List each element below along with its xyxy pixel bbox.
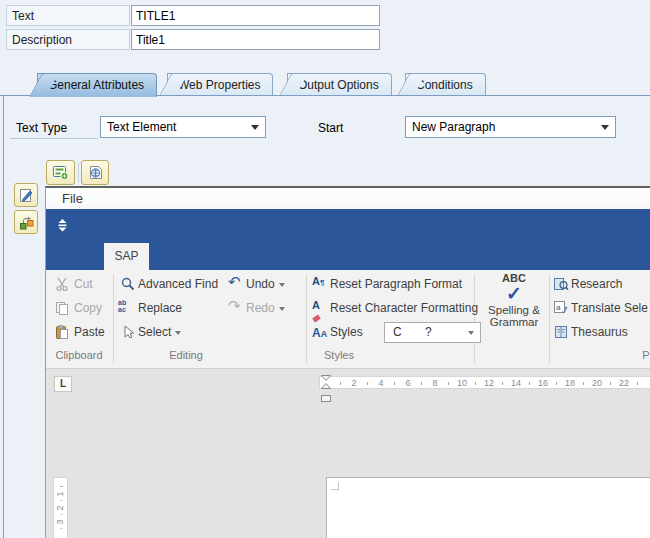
undo-icon: ↶ bbox=[228, 274, 241, 290]
toolbar-divider bbox=[78, 163, 79, 182]
graphical-editor-button[interactable] bbox=[14, 210, 38, 234]
edit-text-button[interactable] bbox=[14, 183, 38, 207]
translate-button[interactable]: Translate Sele bbox=[571, 300, 648, 316]
group-separator bbox=[474, 274, 475, 364]
tab-output-options[interactable]: Output Options bbox=[287, 73, 392, 96]
cut-icon bbox=[54, 276, 70, 292]
vertical-ruler[interactable]: 1 2 3 bbox=[53, 477, 68, 538]
collapse-handle-icon[interactable] bbox=[58, 219, 67, 232]
sap-text-element-window: Text Description General Attributes Web … bbox=[0, 0, 650, 538]
proofing-group-label: P bbox=[636, 349, 650, 361]
word-editor-control: File SAP Cut bbox=[45, 186, 650, 538]
globe-page-icon bbox=[87, 164, 104, 181]
ribbon: Cut Copy Paste Clipboard bbox=[46, 270, 650, 369]
copy-button[interactable]: Copy bbox=[74, 300, 102, 316]
redo-icon: ↷ bbox=[228, 298, 241, 314]
editing-group-label: Editing bbox=[156, 349, 216, 361]
paste-button[interactable]: Paste bbox=[74, 324, 105, 340]
start-value: New Paragraph bbox=[412, 120, 495, 134]
list-plus-icon bbox=[52, 164, 69, 181]
editor-title-bar bbox=[46, 209, 650, 242]
document-page[interactable] bbox=[326, 477, 650, 538]
styles-button[interactable]: Styles bbox=[330, 324, 363, 340]
insert-text-module-button[interactable] bbox=[46, 160, 75, 185]
start-label: Start bbox=[318, 121, 343, 135]
margin-corner-mark bbox=[331, 482, 339, 490]
copy-icon bbox=[54, 300, 70, 316]
research-icon bbox=[553, 276, 569, 292]
reset-character-icon: A bbox=[312, 299, 328, 315]
horizontal-ruler[interactable]: 2 4 6 8 10 12 14 16 18 20 22 bbox=[319, 376, 650, 389]
clipboard-group-label: Clipboard bbox=[49, 349, 109, 361]
research-button[interactable]: Research bbox=[571, 276, 622, 292]
text-type-underline bbox=[10, 138, 98, 139]
text-type-dropdown[interactable]: Text Element bbox=[100, 116, 266, 138]
text-type-value: Text Element bbox=[107, 120, 176, 134]
group-separator bbox=[306, 274, 307, 364]
thesaurus-icon bbox=[553, 324, 569, 340]
start-dropdown[interactable]: New Paragraph bbox=[405, 116, 616, 138]
chevron-down-icon bbox=[251, 125, 259, 130]
document-area: L 2 4 6 8 10 12 14 16 18 20 22 bbox=[46, 369, 650, 538]
translate-icon: a bbox=[553, 300, 569, 316]
chevron-down-icon bbox=[175, 331, 181, 335]
styles-group-label: Styles bbox=[309, 349, 369, 361]
redo-button[interactable]: Redo bbox=[246, 300, 285, 316]
thesaurus-button[interactable]: Thesaurus bbox=[571, 324, 628, 340]
tab-web-properties[interactable]: Web Properties bbox=[167, 73, 273, 96]
style-combo-box[interactable]: C ? bbox=[384, 322, 481, 343]
spelling-grammar-button[interactable]: ABC ✓ Spelling & Grammar bbox=[478, 272, 550, 364]
advanced-find-icon bbox=[120, 276, 136, 292]
edit-pencil-icon bbox=[18, 187, 35, 204]
cut-button[interactable]: Cut bbox=[74, 276, 93, 292]
select-button[interactable]: Select bbox=[138, 324, 181, 340]
chevron-down-icon bbox=[279, 283, 285, 287]
layout-nodes-icon bbox=[18, 214, 35, 231]
replace-button[interactable]: Replace bbox=[138, 300, 182, 316]
file-menu[interactable]: File bbox=[46, 188, 650, 209]
description-field-label: Description bbox=[6, 29, 130, 50]
file-menu-label: File bbox=[62, 191, 83, 206]
description-input[interactable] bbox=[131, 29, 380, 50]
tab-stop-selector[interactable]: L bbox=[54, 376, 72, 392]
select-icon bbox=[120, 324, 136, 340]
reset-character-formatting-button[interactable]: Reset Character Formatting bbox=[330, 300, 478, 316]
text-field-label: Text bbox=[6, 5, 130, 26]
tab-general-attributes[interactable]: General Attributes bbox=[37, 73, 157, 97]
preview-button[interactable] bbox=[81, 160, 109, 185]
chevron-down-icon bbox=[279, 307, 285, 311]
chevron-down-icon bbox=[468, 331, 474, 335]
chevron-down-icon bbox=[601, 125, 609, 130]
text-type-label: Text Type bbox=[16, 121, 67, 135]
undo-button[interactable]: Undo bbox=[246, 276, 285, 292]
check-icon: ✓ bbox=[478, 284, 550, 304]
paste-icon bbox=[54, 324, 70, 340]
svg-text:a: a bbox=[556, 303, 561, 312]
indent-markers[interactable] bbox=[321, 375, 332, 403]
group-separator bbox=[113, 274, 114, 364]
ribbon-tab-bar: SAP bbox=[46, 242, 650, 270]
advanced-find-button[interactable]: Advanced Find bbox=[138, 276, 218, 292]
reset-paragraph-format-button[interactable]: Reset Paragraph Format bbox=[330, 276, 462, 292]
styles-icon: AA bbox=[312, 323, 328, 339]
text-input[interactable] bbox=[131, 5, 380, 26]
tab-conditions[interactable]: Conditions bbox=[405, 73, 486, 96]
replace-icon: ab ac bbox=[118, 299, 134, 315]
ribbon-tab-sap[interactable]: SAP bbox=[104, 243, 149, 270]
reset-paragraph-icon: A¶ bbox=[312, 275, 328, 291]
panel-left-border bbox=[3, 96, 4, 538]
